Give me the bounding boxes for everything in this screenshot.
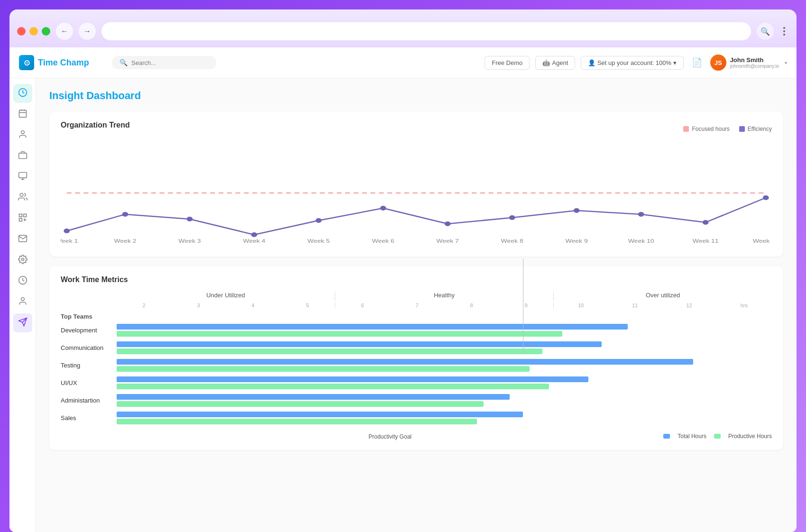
svg-point-29 — [509, 215, 515, 220]
svg-point-33 — [763, 195, 769, 200]
axis-num-6: 6 — [361, 303, 364, 308]
metrics-legend: Total Hours Productive Hours — [663, 433, 772, 440]
zone-healthy: Healthy — [335, 292, 554, 301]
svg-point-27 — [380, 206, 386, 211]
svg-point-22 — [64, 229, 70, 233]
svg-text:Week 1: Week 1 — [61, 238, 78, 244]
svg-text:Week 5: Week 5 — [307, 238, 330, 244]
setup-button[interactable]: 👤 Set up your account: 100% ▾ — [581, 56, 683, 70]
search-icon: 🔍 — [119, 59, 128, 66]
svg-rect-6 — [18, 153, 27, 158]
svg-point-18 — [21, 297, 24, 301]
svg-point-28 — [445, 221, 451, 226]
svg-point-26 — [316, 218, 322, 223]
bar-admin-productive — [117, 401, 484, 407]
sidebar-item-send[interactable] — [13, 313, 32, 332]
svg-text:Week 8: Week 8 — [501, 238, 523, 244]
sidebar-item-settings[interactable] — [13, 251, 32, 270]
nav-actions: Free Demo 🤖 Agent 👤 Set up your account:… — [485, 55, 787, 71]
user-info: John Smith johnsmith@company.io — [730, 56, 779, 69]
svg-text:Week 12: Week 12 — [753, 238, 772, 244]
search-input[interactable] — [131, 59, 209, 66]
bars-uiux — [117, 376, 772, 389]
user-email: johnsmith@company.io — [730, 64, 779, 69]
team-name-sales: Sales — [61, 414, 113, 422]
legend-total-hours-label: Total Hours — [678, 433, 706, 440]
sidebar-item-profile[interactable] — [13, 293, 32, 312]
sidebar-item-calendar[interactable] — [13, 105, 32, 124]
bar-testing-total — [117, 359, 693, 365]
legend-focused-hours: Focused hours — [683, 126, 729, 132]
svg-rect-13 — [19, 218, 22, 221]
browser-search-icon[interactable]: 🔍 — [757, 23, 774, 40]
sidebar-item-insight[interactable] — [13, 84, 32, 103]
maximize-window-button[interactable] — [42, 27, 50, 36]
user-name: John Smith — [730, 56, 779, 64]
document-icon[interactable]: 📄 — [689, 55, 705, 70]
work-metrics-title: Work Time Metrics — [61, 275, 772, 284]
svg-text:Week 2: Week 2 — [114, 238, 136, 244]
zone-headers: Under Utilized Healthy Over utilized — [117, 292, 772, 301]
content-area: Insight Dashboard Organization Trend Foc… — [36, 78, 797, 532]
search-bar[interactable]: 🔍 — [112, 56, 216, 69]
address-bar[interactable] — [101, 22, 751, 40]
axis-num-4: 4 — [251, 303, 254, 308]
traffic-lights — [17, 27, 50, 36]
forward-button[interactable]: → — [79, 23, 96, 40]
clock-icon — [18, 275, 27, 287]
browser-chrome: ← → 🔍 — [9, 9, 797, 47]
team-row-admin: Administartion — [61, 394, 772, 407]
team-name-communication: Communication — [61, 344, 113, 351]
bar-testing-productive — [117, 366, 530, 372]
user-profile[interactable]: JS John Smith johnsmith@company.io ▾ — [710, 55, 787, 71]
sidebar-item-users[interactable] — [13, 126, 32, 145]
sidebar-item-projects[interactable] — [13, 147, 32, 165]
bar-development-productive — [117, 331, 562, 337]
sidebar-item-screens[interactable] — [13, 167, 32, 186]
axis-num-8: 8 — [470, 303, 473, 308]
team-row-communication: Communication — [61, 341, 772, 354]
logo[interactable]: ⊙ Time Champ — [19, 55, 104, 70]
browser-menu-icon[interactable] — [779, 23, 789, 39]
legend-productive-hours-label: Productive Hours — [728, 433, 772, 440]
axis-num-5: 5 — [306, 303, 309, 308]
axis-num-7: 7 — [415, 303, 418, 308]
avatar: JS — [710, 55, 726, 71]
svg-point-16 — [21, 258, 24, 260]
axis-num-12: 12 — [686, 303, 692, 308]
svg-text:Week 10: Week 10 — [628, 238, 654, 244]
minimize-window-button[interactable] — [29, 27, 38, 36]
team-icon — [18, 192, 27, 204]
agent-icon: 🤖 — [542, 59, 550, 66]
axis-num-11: 11 — [632, 303, 638, 308]
sidebar-item-time[interactable] — [13, 272, 32, 291]
mail-icon — [18, 234, 27, 246]
axis-num-9: 9 — [524, 303, 527, 308]
svg-rect-7 — [18, 172, 27, 178]
chart-legend: Focused hours Efficiency — [683, 126, 772, 132]
productivity-goal-label: Productivity Goal — [368, 433, 412, 440]
free-demo-button[interactable]: Free Demo — [485, 56, 530, 70]
svg-point-30 — [574, 208, 580, 213]
back-button[interactable]: ← — [56, 23, 73, 40]
line-chart-svg: Week 1 Week 2 Week 3 Week 4 Week 5 Week … — [61, 141, 772, 245]
close-window-button[interactable] — [17, 27, 26, 36]
agent-button[interactable]: 🤖 Agent — [535, 56, 575, 70]
bar-uiux-productive — [117, 384, 549, 389]
svg-text:Week 9: Week 9 — [566, 238, 588, 244]
svg-point-32 — [703, 220, 709, 225]
team-name-uiux: UI/UX — [61, 379, 113, 386]
org-trend-title: Organization Trend — [61, 121, 130, 129]
settings-icon — [18, 255, 27, 266]
top-nav: ⊙ Time Champ 🔍 Free Demo 🤖 Agent 👤 Set u… — [9, 47, 797, 78]
sidebar-item-teams[interactable] — [13, 188, 32, 207]
calendar-icon — [18, 109, 27, 120]
bar-sales-total — [117, 412, 523, 417]
bars-development — [117, 324, 772, 337]
sidebar-item-organization[interactable] — [13, 209, 32, 228]
team-name-testing: Testing — [61, 362, 113, 369]
sidebar-item-messages[interactable] — [13, 230, 32, 249]
team-name-admin: Administartion — [61, 397, 113, 404]
org-trend-card: Organization Trend Focused hours Efficie… — [49, 111, 783, 257]
bar-admin-total — [117, 394, 510, 400]
